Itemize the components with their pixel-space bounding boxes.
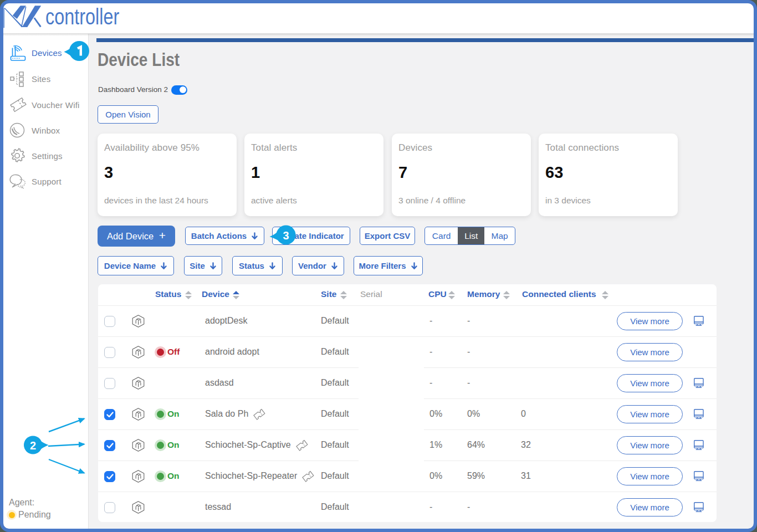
svg-text:3: 3 (283, 229, 289, 242)
svg-text:2: 2 (30, 439, 36, 452)
